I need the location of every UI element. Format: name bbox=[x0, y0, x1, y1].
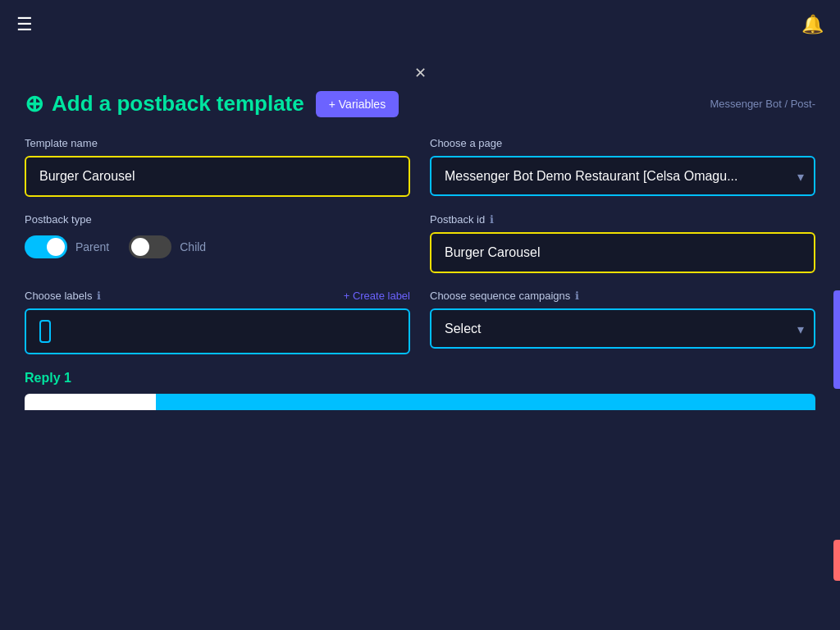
form-grid: Template name Choose a page Messenger Bo… bbox=[25, 137, 815, 354]
top-bar: ☰ 🔔 bbox=[0, 0, 840, 49]
page-title: ⊕ Add a postback template bbox=[25, 90, 304, 117]
choose-labels-label: Choose labels ℹ bbox=[25, 290, 101, 302]
child-toggle-slider bbox=[129, 235, 171, 258]
plus-circle-icon: ⊕ bbox=[25, 90, 43, 117]
parent-toggle-item: Parent bbox=[25, 235, 109, 258]
right-accent-red bbox=[833, 540, 840, 581]
parent-toggle[interactable] bbox=[25, 235, 67, 258]
labels-input-box[interactable] bbox=[25, 308, 410, 354]
reply-tab-blue[interactable] bbox=[156, 394, 815, 410]
reply-title: Reply 1 bbox=[25, 371, 815, 386]
postback-id-input[interactable] bbox=[430, 232, 815, 273]
template-name-group: Template name bbox=[25, 137, 410, 197]
close-bar: ✕ bbox=[25, 49, 815, 90]
child-toggle-label: Child bbox=[180, 240, 206, 253]
title-group: ⊕ Add a postback template + Variables bbox=[25, 90, 399, 117]
reply-tabs bbox=[25, 394, 815, 410]
postback-id-info-icon[interactable]: ℹ bbox=[490, 213, 494, 226]
choose-page-select[interactable]: Messenger Bot Demo Restaurant [Celsa Oma… bbox=[430, 156, 815, 196]
page-header: ⊕ Add a postback template + Variables Me… bbox=[25, 90, 815, 117]
sequence-select[interactable]: Select bbox=[430, 308, 815, 349]
template-name-label: Template name bbox=[25, 137, 410, 149]
postback-type-section: Postback type Parent Child bbox=[25, 213, 410, 273]
labels-row: Choose labels ℹ + Create label bbox=[25, 290, 410, 302]
parent-toggle-label: Parent bbox=[75, 240, 109, 253]
labels-info-icon[interactable]: ℹ bbox=[97, 290, 101, 302]
main-content: ✕ ⊕ Add a postback template + Variables … bbox=[0, 49, 840, 630]
label-tag bbox=[39, 320, 51, 343]
postback-id-label: Postback id ℹ bbox=[430, 213, 815, 226]
parent-toggle-slider bbox=[25, 235, 67, 258]
toggle-group: Parent Child bbox=[25, 235, 410, 258]
child-toggle[interactable] bbox=[129, 235, 171, 258]
breadcrumb: Messenger Bot / Post- bbox=[710, 98, 815, 110]
variables-button[interactable]: + Variables bbox=[316, 91, 399, 117]
reply-section: Reply 1 bbox=[25, 371, 815, 410]
choose-sequence-label: Choose sequence campaigns ℹ bbox=[430, 290, 815, 302]
postback-id-group: Postback id ℹ bbox=[430, 213, 815, 273]
choose-page-label: Choose a page bbox=[430, 137, 815, 149]
sequence-select-wrapper: Select ▾ bbox=[430, 308, 815, 349]
child-toggle-item: Child bbox=[129, 235, 206, 258]
reply-tab-white[interactable] bbox=[25, 394, 156, 410]
right-accent-purple bbox=[833, 290, 840, 389]
choose-labels-group: Choose labels ℹ + Create label bbox=[25, 290, 410, 354]
create-label-link[interactable]: + Create label bbox=[344, 290, 410, 302]
hamburger-icon[interactable]: ☰ bbox=[16, 14, 33, 35]
sequence-info-icon[interactable]: ℹ bbox=[575, 290, 579, 302]
choose-page-group: Choose a page Messenger Bot Demo Restaur… bbox=[430, 137, 815, 197]
choose-page-select-wrapper: Messenger Bot Demo Restaurant [Celsa Oma… bbox=[430, 156, 815, 196]
template-name-input[interactable] bbox=[25, 156, 410, 197]
postback-type-label: Postback type bbox=[25, 213, 410, 226]
choose-sequence-group: Choose sequence campaigns ℹ Select ▾ bbox=[430, 290, 815, 354]
bell-icon[interactable]: 🔔 bbox=[801, 14, 824, 35]
page-title-text: Add a postback template bbox=[52, 91, 304, 116]
close-button[interactable]: ✕ bbox=[408, 61, 432, 85]
